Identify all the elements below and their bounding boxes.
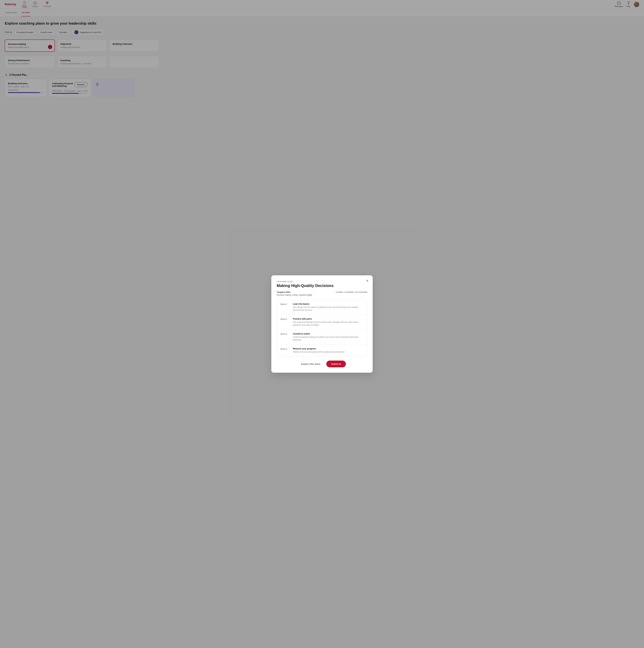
week-label: Week 3 [280,333,289,335]
switch-to-button[interactable]: Switch to [326,361,346,367]
modal-label: COACHING PLAN [277,281,367,282]
explore-plans-button[interactable]: Explore other plans [298,361,323,367]
week-item-4: Week 4 Measure your progress Reflect on … [277,344,367,357]
week-desc: Reflect on how you've grown with a quick… [293,350,345,354]
week-label: Week 1 [280,303,289,305]
week-desc: Dive deeper into the basics of {skill} a… [293,306,364,312]
modal-overlay[interactable]: ✕ COACHING PLAN Making High-Quality Deci… [0,0,644,648]
week-desc: Craft an impactful strategy for {skill} … [293,335,364,341]
week-desc: Join a group Coaching Circle to connect … [293,321,364,326]
week-content: Measure your progress Reflect on how you… [293,347,345,354]
week-heading: Learn the basics [293,303,364,305]
week-item-1: Week 1 Learn the basics Dive deeper into… [277,300,367,315]
modal-title: Making High-Quality Decisions [277,283,367,288]
week-label: Week 4 [280,348,289,350]
modal-close-button[interactable]: ✕ [365,278,370,283]
modal-actions: Explore other plans Switch to [277,361,367,367]
week-content: Learn the basics Dive deeper into the ba… [293,303,364,312]
week-heading: Measure your progress [293,347,345,350]
modal-skills: Decision-making, Clarity, Cognitive Agil… [277,294,312,296]
week-list: Week 1 Learn the basics Dive deeper into… [277,300,367,357]
week-content: Commit to action Craft an impactful stra… [293,333,364,341]
modal-stats: 4 weeks • 9 activities • 30 mins/week [336,291,367,293]
week-label: Week 2 [280,318,289,320]
week-item-2: Week 2 Practice with peers Join a group … [277,315,367,330]
week-content: Practice with peers Join a group Coachin… [293,318,364,326]
week-heading: Commit to action [293,333,364,335]
week-item-3: Week 3 Commit to action Craft an impactf… [277,330,367,344]
modal-skills-label: Targeted skills: [277,291,312,293]
modal-skills-block: Targeted skills: Decision-making, Clarit… [277,291,312,296]
modal: ✕ COACHING PLAN Making High-Quality Deci… [271,275,373,373]
modal-meta-row: Targeted skills: Decision-making, Clarit… [277,291,367,296]
week-heading: Practice with peers [293,318,364,320]
